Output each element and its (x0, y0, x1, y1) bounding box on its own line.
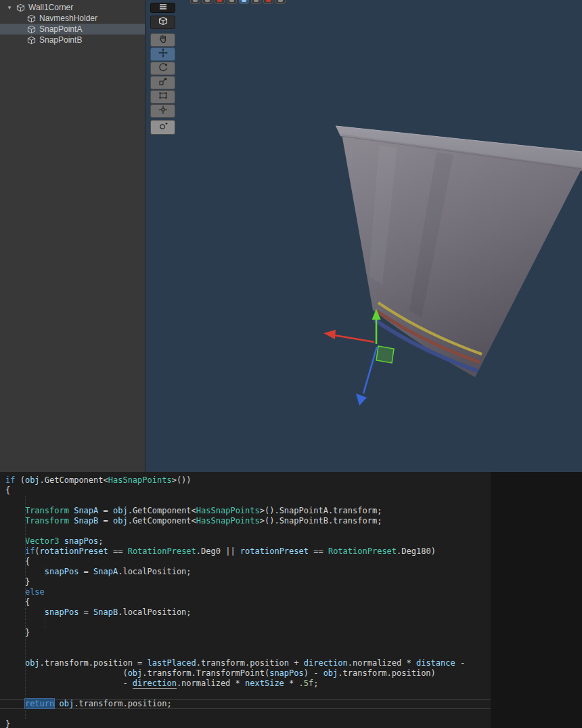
toolbar-icon-4[interactable] (227, 0, 237, 4)
code-line-8[interactable]: if(rotationPreset == RotationPreset.Deg0… (5, 547, 491, 557)
code-line-20[interactable]: (obj.transform.TransformPoint(snapPos) -… (5, 668, 491, 679)
tools-menu-button[interactable] (150, 3, 175, 13)
code-line-19[interactable]: obj.transform.position = lastPlaced.tran… (5, 658, 491, 668)
code-token (5, 506, 25, 515)
code-line-25[interactable]: } (5, 719, 491, 728)
code-token: obj (25, 475, 40, 485)
code-token: snapPos (64, 536, 99, 546)
rotate-icon (158, 62, 168, 74)
code-line-1[interactable]: if (obj.GetComponent<HasSnapPoints>()) (5, 475, 491, 486)
toolbar-icon-3[interactable] (215, 0, 225, 4)
code-line-15[interactable] (5, 618, 491, 628)
code-token: ( (35, 547, 39, 556)
gizmo-x-axis[interactable] (334, 335, 374, 342)
scene-view[interactable] (146, 0, 582, 472)
toolbar-icon-1[interactable] (190, 0, 200, 4)
code-line-2[interactable]: { (5, 486, 491, 496)
scale-tool-button[interactable] (150, 76, 175, 89)
toolbar-icon-2[interactable] (202, 0, 212, 4)
code-token: if (5, 475, 15, 485)
custom-icon (158, 121, 168, 133)
code-line-13[interactable]: { (5, 597, 491, 607)
code-line-24[interactable] (5, 709, 491, 719)
code-line-18[interactable] (5, 648, 491, 658)
code-token: .transform.position = (40, 658, 148, 668)
foldout-expanded-icon[interactable]: ▾ (4, 2, 15, 13)
code-line-12[interactable]: else (5, 587, 491, 597)
hierarchy-item-wall1corner[interactable]: ▾Wall1Corner (0, 2, 145, 13)
code-line-6[interactable] (5, 526, 491, 536)
code-token: .Deg0 || (196, 547, 240, 556)
rect-icon (158, 91, 168, 103)
code-token: snapPos (269, 668, 304, 678)
toolbar-icon-4-glyph (229, 0, 234, 2)
gameobject-name: NavmeshHolder (39, 14, 97, 23)
code-token: direction (304, 658, 348, 668)
hierarchy-item-navmeshholder[interactable]: NavmeshHolder (0, 13, 145, 24)
hierarchy-item-snappointb[interactable]: SnapPointB (0, 35, 145, 45)
code-token: .GetComponent< (40, 475, 108, 485)
code-line-23[interactable]: return obj.transform.position; (0, 699, 491, 709)
code-token: obj (128, 668, 143, 678)
code-token: ( (15, 475, 24, 485)
code-token: RotationPreset (328, 547, 397, 556)
code-line-11[interactable]: } (5, 577, 491, 587)
gameobject-name: Wall1Corner (28, 3, 73, 12)
wall-corner-mesh[interactable] (336, 126, 582, 377)
toolbar-icon-7[interactable] (263, 0, 273, 4)
code-editor[interactable]: if (obj.GetComponent<HasSnapPoints>()){ … (0, 472, 491, 728)
gizmo-plane-handle[interactable] (376, 346, 394, 363)
code-line-10[interactable]: snapPos = SnapA.localPosition; (5, 567, 491, 577)
gizmo-z-axis[interactable] (363, 347, 377, 393)
gameobject-cube-icon (26, 24, 37, 34)
code-line-16[interactable]: } (5, 628, 491, 638)
code-token: if (25, 547, 35, 556)
toolbar-icon-5[interactable] (239, 0, 249, 4)
toolbar-icon-6[interactable] (251, 0, 261, 4)
code-line-7[interactable]: Vector3 snapPos; (5, 536, 491, 547)
gameobject-cube-icon (15, 3, 26, 12)
code-token: >()) (172, 475, 192, 485)
transform-tool-button[interactable] (150, 104, 175, 118)
code-token: .transform.position; (74, 699, 172, 708)
code-line-17[interactable] (5, 638, 491, 648)
code-token: ( (5, 668, 128, 678)
move-icon (158, 48, 168, 60)
code-token: Transform (25, 506, 69, 515)
custom-tool-button[interactable] (150, 120, 175, 135)
toolbar-icon-5-glyph (242, 0, 246, 2)
code-token: == (108, 547, 128, 556)
code-token: >().SnapPointB.transform; (260, 516, 382, 526)
scene-canvas[interactable] (146, 0, 582, 472)
code-token: direction (133, 679, 177, 689)
toolbar-icon-8[interactable] (275, 0, 286, 4)
code-line-3[interactable] (5, 496, 491, 506)
code-token: SnapB (93, 607, 118, 617)
rotate-tool-button[interactable] (150, 62, 175, 75)
rect-tool-button[interactable] (150, 90, 175, 104)
code-token: .normalized * (177, 679, 245, 688)
hand-tool-button[interactable] (150, 33, 175, 47)
code-token: { (5, 597, 30, 607)
code-line-5[interactable]: Transform SnapB = obj.GetComponent<HasSn… (5, 516, 491, 526)
code-token: { (5, 557, 30, 566)
code-token: HasSnapPoints (108, 475, 172, 485)
code-token: obj (113, 516, 128, 526)
code-token: } (5, 577, 30, 586)
code-line-21[interactable]: - direction.normalized * nextSize * .5f; (5, 679, 491, 689)
view-orientation-button[interactable] (150, 16, 175, 29)
code-line-14[interactable]: snapPos = SnapB.localPosition; (5, 607, 491, 618)
transform-icon (158, 105, 168, 117)
code-token: obj (113, 506, 128, 515)
code-token: Transform (25, 516, 69, 526)
code-line-9[interactable]: { (5, 557, 491, 567)
hierarchy-item-snappointa[interactable]: SnapPointA (0, 24, 145, 35)
code-token: = (79, 567, 93, 576)
code-line-22[interactable] (5, 689, 491, 699)
code-token (59, 536, 64, 546)
code-token: snapPos (45, 607, 79, 617)
move-tool-button[interactable] (150, 47, 175, 61)
code-token (54, 699, 59, 708)
code-line-4[interactable]: Transform SnapA = obj.GetComponent<HasSn… (5, 506, 491, 516)
hierarchy-panel: ▾Wall1CornerNavmeshHolderSnapPointASnapP… (0, 0, 146, 472)
